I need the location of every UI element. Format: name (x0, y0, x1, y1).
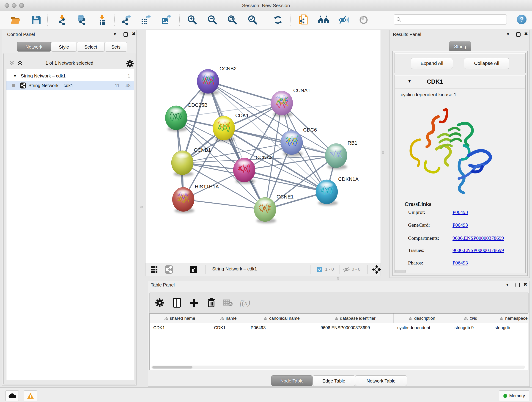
tab-node-table[interactable]: Node Table (271, 375, 312, 386)
expand-all-button[interactable]: Expand All (411, 58, 453, 69)
create-column-plus-icon[interactable] (189, 297, 200, 308)
table-hscrollbar[interactable] (152, 366, 525, 369)
column-header-database-identifier[interactable]: database identifier (317, 313, 394, 323)
node-HIST1H1A[interactable] (172, 187, 194, 213)
edge-CCNB2-CCNE1[interactable] (208, 81, 265, 210)
crosslink-link[interactable]: P06493 (452, 222, 468, 228)
collection-expand-icon[interactable]: ▼ (13, 74, 17, 78)
edge-CCNA2-CDKN1A[interactable] (244, 170, 327, 192)
export-image-button[interactable] (161, 15, 171, 25)
column-header-canonical-name[interactable]: canonical name (247, 313, 317, 323)
column-header-namespace[interactable]: namespace (491, 313, 528, 323)
table-panel-close-icon[interactable]: ✖ (523, 282, 527, 287)
tab-sets[interactable]: Sets (105, 42, 127, 51)
import-network-button[interactable] (57, 15, 67, 25)
refresh-layout-button[interactable] (273, 15, 283, 25)
node-CDKN1A[interactable] (316, 180, 338, 206)
results-hscrollbar-fragment[interactable] (395, 270, 406, 273)
node-RB1[interactable] (325, 143, 347, 169)
results-panel-maximize-icon[interactable] (516, 32, 520, 37)
results-panel-close-icon[interactable]: ✖ (524, 31, 528, 37)
control-panel-close-icon[interactable]: ✖ (132, 31, 136, 37)
crosslink-link[interactable]: 9606.ENSP00000378699 (452, 235, 504, 241)
gene-collapse-icon[interactable]: ▼ (408, 79, 412, 84)
cell[interactable]: 9606.ENSP00000378699 (317, 323, 394, 332)
left-splitter-handle[interactable] (140, 206, 143, 208)
export-table-button[interactable] (140, 15, 151, 25)
grid-view-icon[interactable] (151, 266, 158, 273)
edge-CCNB2-CCNA1[interactable] (208, 81, 282, 103)
crosslink-link[interactable]: P06493 (452, 260, 468, 266)
column-header-shared-name[interactable]: shared name (150, 313, 210, 323)
birds-eye-view-icon[interactable] (190, 265, 198, 274)
column-header-name[interactable]: name (210, 313, 247, 323)
zoom-in-button[interactable] (187, 15, 197, 25)
tab-edge-table[interactable]: Edge Table (312, 375, 355, 386)
search-input[interactable] (404, 15, 507, 24)
node-CCNB2[interactable] (197, 69, 219, 95)
table-options-gear-icon[interactable] (154, 297, 165, 308)
cloud-button[interactable] (6, 390, 19, 401)
node-CCNB1[interactable] (171, 151, 193, 177)
warnings-button[interactable] (24, 390, 37, 401)
node-table[interactable]: shared name name canonical name database… (149, 313, 528, 370)
network-share-icon[interactable] (165, 265, 173, 274)
tab-style[interactable]: Style (51, 42, 77, 51)
tab-select[interactable]: Select (77, 42, 105, 51)
selected-checkbox-icon[interactable] (317, 267, 322, 272)
table-hscrollbar-thumb[interactable] (152, 366, 192, 369)
network-row[interactable]: String Network – cdk1 11 48 (6, 81, 134, 90)
delete-table-icon[interactable] (222, 297, 234, 308)
network-view-canvas[interactable]: CCNB2CCNA1CDC25BCDK1CDC6RB1CCNB1CCNA2CDK… (145, 30, 381, 264)
string-network-graph[interactable]: CCNB2CCNA1CDC25BCDK1CDC6RB1CCNB1CCNA2CDK… (146, 30, 380, 263)
cell[interactable]: CDK1 (210, 323, 247, 332)
control-panel-float-icon[interactable]: ▼ (113, 32, 117, 37)
column-header--id[interactable]: @id (451, 313, 491, 323)
table-panel-maximize-icon[interactable] (515, 283, 520, 287)
right-splitter-handle[interactable] (382, 151, 384, 154)
save-session-button[interactable] (31, 15, 41, 25)
results-panel-float-icon[interactable]: ▼ (506, 32, 510, 37)
network-options-gear-icon[interactable] (126, 60, 134, 68)
node-table-data-row[interactable]: CDK1CDK1P064939606.ENSP00000378699cyclin… (150, 323, 528, 332)
control-panel-maximize-icon[interactable] (123, 32, 128, 37)
import-table-button[interactable] (97, 15, 108, 25)
cell[interactable]: CDK1 (150, 323, 210, 332)
import-network-database-button[interactable] (76, 15, 87, 25)
hidden-eye-icon[interactable] (343, 266, 350, 273)
crosslink-link[interactable]: 9606.ENSP00000378699 (452, 247, 504, 253)
search-box[interactable] (394, 14, 507, 25)
help-button[interactable]: ? (517, 14, 527, 25)
zoom-out-button[interactable] (207, 15, 217, 25)
cell[interactable]: stringdb:9... (451, 323, 491, 332)
export-network-button[interactable] (121, 15, 131, 25)
open-session-button[interactable] (10, 15, 21, 25)
cell[interactable]: cyclin-dependent ... (394, 323, 451, 332)
delete-column-trash-icon[interactable] (206, 297, 217, 308)
tab-string[interactable]: String (449, 41, 471, 51)
edge-CDK1-RB1[interactable] (224, 128, 336, 156)
gene-header-row[interactable]: ▼ CDK1 (395, 75, 525, 89)
network-collection-row[interactable]: ▼ String Network – cdk1 1 (6, 71, 134, 81)
horizontal-splitter-handle[interactable] (337, 277, 339, 280)
cell[interactable]: P06493 (247, 323, 317, 332)
duplicate-network-button[interactable] (298, 15, 308, 25)
tab-network-table[interactable]: Network Table (355, 375, 407, 386)
node-CDK1[interactable] (213, 116, 235, 142)
show-columns-icon[interactable] (171, 297, 182, 308)
collapse-all-button[interactable]: Collapse All (464, 58, 509, 69)
zoom-selected-button[interactable] (247, 15, 258, 25)
function-builder-icon[interactable]: f(x) (239, 297, 250, 308)
network-edges[interactable] (176, 81, 336, 210)
tab-network[interactable]: Network (17, 42, 51, 51)
edge-HIST1H1A-CCNE1[interactable] (183, 199, 265, 210)
node-CCNA1[interactable] (271, 91, 293, 117)
fit-content-crosshair-icon[interactable] (372, 265, 381, 274)
node-CCNE1[interactable] (254, 197, 276, 223)
node-CDC25B[interactable] (165, 106, 187, 132)
cell[interactable]: stringdb (491, 323, 528, 332)
crosslink-link[interactable]: P06493 (452, 209, 468, 215)
home-button[interactable] (318, 15, 329, 25)
table-panel-float-icon[interactable]: ▼ (505, 283, 509, 287)
column-header-description[interactable]: description (394, 313, 451, 323)
